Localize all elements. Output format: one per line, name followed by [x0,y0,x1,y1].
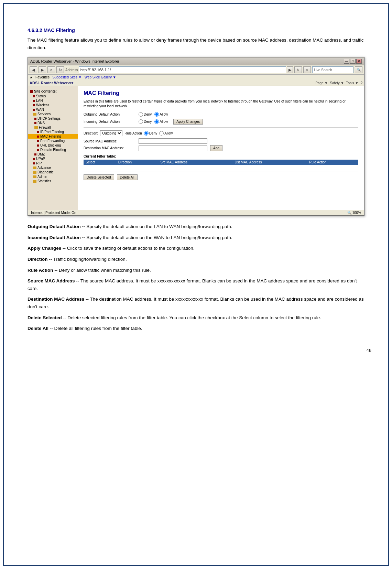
sidebar-item-domain-blocking[interactable]: Domain Blocking [28,148,78,152]
rip-icon [33,162,35,164]
menu-bar: ADSL Router Webserver Page ▼ Safety ▼ To… [28,80,364,86]
go-button[interactable]: ▶ [287,66,293,73]
sidebar-item-dhcp[interactable]: DHCP Settings [28,116,78,121]
tools-menu[interactable]: Tools ▼ [346,81,358,85]
desc-delete-all-text: -- Delete all filtering rules from the f… [50,326,142,331]
sidebar-item-mac-filtering[interactable]: MAC Filtering [28,134,78,139]
desc-direction-text: -- Traffic bridging/forwarding direction… [49,257,127,262]
outgoing-deny-radio[interactable] [139,112,143,117]
sidebar-item-wireless[interactable]: Wireless [28,103,78,107]
desc-apply-text: -- Click to save the setting of default … [63,246,194,251]
refresh-button[interactable]: ↻ [56,66,64,73]
dest-mac-input[interactable] [139,146,207,151]
close-button[interactable]: ✕ [356,59,362,64]
rule-allow-radio[interactable] [159,131,164,136]
outgoing-deny-label[interactable]: Deny [139,112,152,117]
rule-allow-label[interactable]: Allow [159,131,173,136]
browser-body: Site contents: Status LAN Wireless WAN [28,86,364,210]
incoming-action-row: Incoming Default Action Deny Allow Apply… [84,119,358,125]
sidebar-item-advance[interactable]: Advance [28,165,78,170]
sidebar-item-rip[interactable]: RIP [28,161,78,165]
filter-table: Select Direction Src MAC Address Dst MAC… [84,160,358,172]
outgoing-allow-label[interactable]: Allow [154,112,168,117]
desc-delete-selected: Delete Selected -- Delete selected filte… [28,314,364,322]
source-mac-input[interactable] [139,138,207,144]
web-slice-gallery-link[interactable]: Web Slice Gallery ▼ [85,75,116,79]
filter-table-section: Current Filter Table: Select Direction S… [84,154,358,180]
desc-delete-selected-text: -- Delete selected filtering rules from … [63,315,321,320]
sidebar-item-diagnostic[interactable]: Diagnostic [28,170,78,174]
firewall-folder-icon [34,126,38,129]
sidebar-item-admin[interactable]: Admin [28,174,78,179]
rule-deny-label[interactable]: Deny [144,131,157,136]
page-menu[interactable]: Page ▼ [315,81,328,85]
outgoing-action-row: Outgoing Default Action Deny Allow [84,112,358,117]
desc-rule-action-bold: Rule Action [28,268,53,273]
direction-row: Direction: Outgoing Rule Action Deny All… [84,130,358,136]
search-box[interactable]: Live Search [312,66,353,73]
help-icon[interactable]: ? [360,81,362,85]
url-blocking-icon [37,144,39,147]
sidebar-item-services[interactable]: Services [28,112,78,116]
desc-direction-bold: Direction [28,257,48,262]
port-forwarding-icon [37,140,39,142]
sidebar-item-port-forwarding[interactable]: Port Forwarding [28,139,78,143]
menu-bar-right: Page ▼ Safety ▼ Tools ▼ ? [315,81,362,85]
wan-icon [33,109,35,111]
desc-source-mac-text: -- The source MAC address. It must be xx… [28,278,357,291]
stop-btn2[interactable]: ✕ [303,66,311,73]
empty-table-row [84,165,358,172]
lan-icon [33,100,35,102]
sidebar-item-firewall[interactable]: Firewall [28,125,78,130]
rule-deny-radio[interactable] [144,131,149,136]
maximize-button[interactable]: □ [350,59,356,64]
outgoing-allow-radio[interactable] [154,112,159,117]
dmz-icon [34,153,36,155]
direction-select[interactable]: Outgoing [100,130,122,136]
site-contents-icon [30,90,33,93]
desc-apply-bold: Apply Changes [28,246,61,251]
search-icon[interactable]: 🔍 [355,66,362,73]
zoom-level: 🔍 100% [347,211,361,215]
suggested-sites-link[interactable]: Suggested Sites ▼ [52,75,82,79]
direction-label: Direction: [84,131,98,135]
sidebar-item-dmz[interactable]: DMZ [28,152,78,157]
sidebar-item-wan[interactable]: WAN [28,107,78,112]
delete-all-button[interactable]: Delete All [117,174,138,180]
sidebar-item-upnp[interactable]: UPnP [28,157,78,161]
minimize-button[interactable]: — [344,59,349,64]
incoming-label: Incoming Default Action [84,120,139,124]
safety-menu[interactable]: Safety ▼ [330,81,344,85]
browser-window-controls: — □ ✕ [344,59,362,64]
upnp-icon [33,158,35,160]
services-folder-icon [33,113,36,116]
stop-button[interactable]: ✕ [47,66,55,73]
wireless-icon [33,104,35,106]
incoming-allow-radio[interactable] [154,119,159,124]
table-action-buttons: Delete Selected Delete All [84,174,358,180]
incoming-allow-label[interactable]: Allow [154,119,168,124]
sidebar-item-ip-port[interactable]: IP/Port Filtering [28,130,78,134]
sidebar-item-lan[interactable]: LAN [28,98,78,103]
filter-table-title: Current Filter Table: [84,154,358,158]
statistics-folder-icon [33,180,36,183]
panel-title: MAC Filtering [84,90,358,96]
browser-status-bar: Internet | Protected Mode: On 🔍 100% [28,210,364,215]
refresh-btn2[interactable]: ↻ [294,66,302,73]
sidebar-item-status[interactable]: Status [28,94,78,98]
status-icon [33,95,35,97]
apply-changes-button[interactable]: Apply Changes [173,119,203,125]
incoming-deny-label[interactable]: Deny [139,119,152,124]
delete-selected-button[interactable]: Delete Selected [84,174,114,180]
col-direction: Direction [116,160,158,165]
forward-button[interactable]: ▶ [39,66,46,73]
sidebar-item-url-blocking[interactable]: URL Blocking [28,143,78,148]
back-button[interactable]: ◀ [30,66,37,73]
sidebar-item-statistics[interactable]: Statistics [28,179,78,183]
address-input[interactable] [79,66,286,73]
incoming-deny-radio[interactable] [139,119,143,124]
desc-apply: Apply Changes -- Click to save the setti… [28,245,364,252]
sidebar-item-dns[interactable]: DNS [28,121,78,125]
add-button[interactable]: Add [210,145,222,151]
col-rule-action: Rule Action [307,160,358,165]
